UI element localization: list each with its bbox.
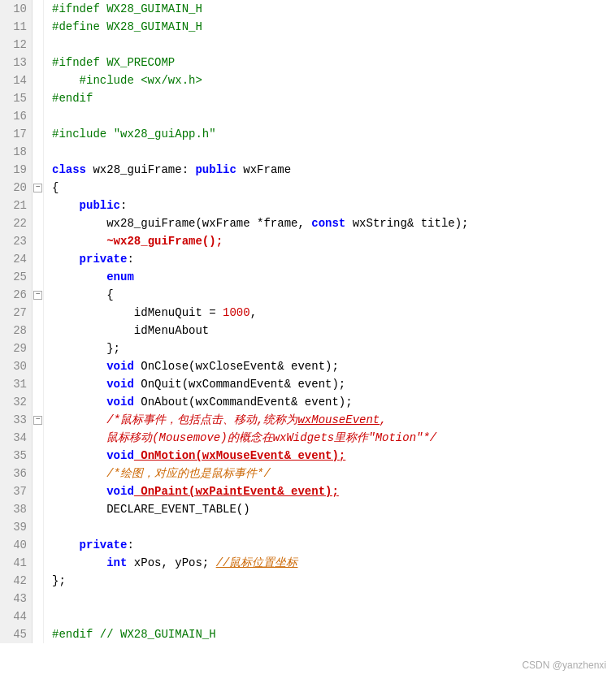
code-line: #include <wx/wx.h> xyxy=(52,71,616,89)
code-token: /*鼠标事件，包括点击、移动,统称为 xyxy=(106,411,297,429)
code-token: (wxFrame *frame, xyxy=(195,214,311,232)
code-token: { xyxy=(106,286,113,304)
fold-gutter-cell xyxy=(33,250,43,268)
fold-gutter-cell xyxy=(33,18,43,36)
code-line: void OnClose(wxCloseEvent& event); xyxy=(52,357,616,375)
code-token: void xyxy=(106,482,134,500)
code-token: OnClose(wxCloseEvent& event); xyxy=(134,357,339,375)
code-token: void xyxy=(106,447,134,465)
code-line: #ifndef WX_PRECOMP xyxy=(52,54,616,71)
fold-gutter-cell xyxy=(33,447,43,465)
code-line: idMenuAbout xyxy=(52,322,616,340)
fold-gutter-cell xyxy=(33,375,43,393)
code-token: void xyxy=(106,375,134,393)
line-number: 28 xyxy=(5,322,27,340)
code-line xyxy=(52,518,616,536)
line-number: 29 xyxy=(5,340,27,357)
line-number: 42 xyxy=(5,572,27,590)
line-number: 35 xyxy=(5,447,27,465)
code-token: : xyxy=(127,250,133,268)
code-token: OnQuit(wxCommandEvent& event); xyxy=(134,375,345,393)
fold-gutter-cell xyxy=(33,518,43,536)
fold-gutter-cell xyxy=(33,107,43,125)
fold-gutter-cell[interactable]: − xyxy=(33,411,43,429)
fold-gutter-cell xyxy=(33,143,43,161)
code-token: private xyxy=(80,536,128,554)
code-token: #ifndef WX28_GUIMAIN_H xyxy=(52,0,202,18)
line-number: 27 xyxy=(5,304,27,322)
line-number: 16 xyxy=(5,107,27,125)
fold-button[interactable]: − xyxy=(33,184,42,192)
fold-gutter-cell xyxy=(33,232,43,250)
code-token: #include xyxy=(52,125,114,143)
code-token: #define WX28_GUIMAIN_H xyxy=(52,18,202,36)
fold-gutter-cell xyxy=(33,161,43,179)
code-line: void OnAbout(wxCommandEvent& event); xyxy=(44,393,616,411)
fold-gutter-cell xyxy=(33,304,43,322)
code-token: ~wx28_guiFrame(); xyxy=(106,232,223,250)
code-token: const xyxy=(311,214,345,232)
code-token: OnAbout(wxCommandEvent& event); xyxy=(134,393,353,411)
fold-gutter-cell xyxy=(33,429,43,447)
line-number: 37 xyxy=(5,482,27,500)
code-token: public xyxy=(80,197,120,214)
fold-gutter-cell xyxy=(33,89,43,107)
code-token: { xyxy=(52,179,59,197)
line-number: 39 xyxy=(5,518,27,536)
line-number: 38 xyxy=(5,500,27,518)
fold-gutter-cell xyxy=(33,393,43,411)
code-line: private: xyxy=(52,536,616,554)
watermark: CSDN @yanzhenxi xyxy=(522,658,606,673)
code-container: 1011121314151617181920212223242526272829… xyxy=(0,0,616,643)
code-token: OnMotion(wxMouseEvent& event); xyxy=(134,447,345,465)
code-token: idMenuAbout xyxy=(134,322,209,340)
code-token: int xyxy=(106,554,127,572)
code-line: void OnMotion(wxMouseEvent& event); xyxy=(52,447,616,465)
code-token: }; xyxy=(52,572,66,590)
code-token: wxMouseEvent xyxy=(297,411,380,429)
fold-gutter-cell xyxy=(33,482,43,500)
code-token: xPos, yPos; xyxy=(127,554,215,572)
line-number: 32 xyxy=(5,393,27,411)
code-token: 1000 xyxy=(223,304,250,322)
line-number: 30 xyxy=(5,357,27,375)
code-line: #ifndef WX28_GUIMAIN_H xyxy=(52,0,616,18)
code-token: private xyxy=(80,250,128,268)
line-number: 11 xyxy=(5,18,27,36)
fold-gutter-cell[interactable]: − xyxy=(33,179,43,197)
fold-gutter-cell xyxy=(33,500,43,518)
fold-gutter-cell xyxy=(33,340,43,357)
code-line: { xyxy=(52,179,616,197)
code-line: }; xyxy=(52,572,616,590)
code-token: , xyxy=(380,411,386,429)
line-number: 22 xyxy=(5,214,27,232)
code-line: void OnQuit(wxCommandEvent& event); xyxy=(52,375,616,393)
code-token: //鼠标位置坐标 xyxy=(216,554,298,572)
code-line xyxy=(52,36,616,54)
code-token: 鼠标移动(Mousemove)的概念在wxWidgets里称作"Motion"*… xyxy=(106,429,436,447)
code-token: class xyxy=(52,161,93,179)
fold-button[interactable]: − xyxy=(33,291,42,300)
fold-gutter-cell[interactable]: − xyxy=(33,286,43,304)
line-number: 40 xyxy=(5,536,27,554)
fold-gutter-cell xyxy=(33,536,43,554)
code-line xyxy=(52,590,616,608)
fold-button[interactable]: − xyxy=(33,416,42,425)
code-token: enum xyxy=(106,268,134,286)
line-number: 34 xyxy=(5,429,27,447)
fold-gutter-cell xyxy=(33,71,43,89)
code-token: : xyxy=(120,197,127,214)
code-line: /*鼠标事件，包括点击、移动,统称为wxMouseEvent, xyxy=(52,411,616,429)
code-token: OnPaint(wxPaintEvent& event); xyxy=(134,482,339,500)
code-token: wx28_guiFrame xyxy=(106,214,195,232)
fold-gutter-cell xyxy=(33,625,43,643)
code-token: , xyxy=(250,304,257,322)
code-token: void xyxy=(106,357,134,375)
line-number: 25 xyxy=(5,268,27,286)
code-token: #ifndef WX_PRECOMP xyxy=(52,54,175,71)
line-number: 12 xyxy=(5,36,27,54)
code-line: int xPos, yPos; //鼠标位置坐标 xyxy=(52,554,616,572)
fold-gutter-cell xyxy=(33,608,43,625)
code-token: #endif xyxy=(52,89,93,107)
code-area: #ifndef WX28_GUIMAIN_H#define WX28_GUIMA… xyxy=(44,0,616,643)
